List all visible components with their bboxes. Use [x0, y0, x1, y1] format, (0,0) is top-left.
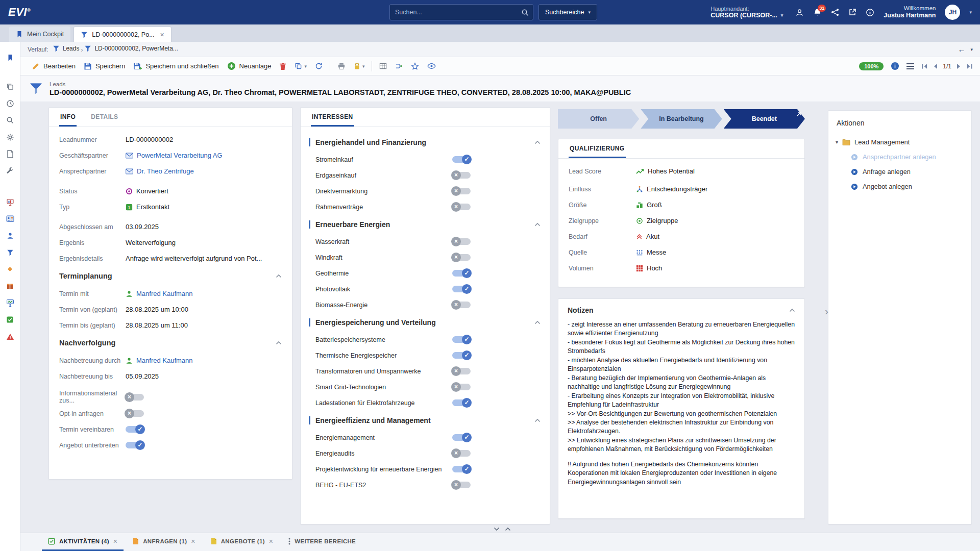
- menu-icon[interactable]: [906, 63, 914, 69]
- toggle-off[interactable]: ×: [126, 394, 144, 400]
- field-text[interactable]: Manfred Kaufmann: [136, 290, 193, 297]
- toggle-off[interactable]: ×: [452, 302, 471, 308]
- toggle-off[interactable]: ×: [126, 410, 144, 417]
- back-arrow-icon[interactable]: ←: [958, 45, 965, 54]
- gift-icon[interactable]: [0, 278, 20, 294]
- bearbeiten-button[interactable]: Bearbeiten: [28, 60, 80, 72]
- chevron-up-icon[interactable]: [276, 274, 282, 278]
- toggle-on[interactable]: ✓: [126, 426, 144, 433]
- person-icon[interactable]: [0, 227, 20, 244]
- escalation-icon[interactable]: [0, 328, 20, 345]
- contacts-icon[interactable]: [0, 210, 20, 227]
- toggle-off[interactable]: ×: [452, 482, 471, 488]
- tab-info[interactable]: INFO: [59, 113, 77, 127]
- chevron-down-icon[interactable]: ▾: [836, 139, 838, 145]
- field-text[interactable]: PowerMetal Verarbeitung AG: [137, 152, 223, 159]
- info-icon[interactable]: [866, 8, 874, 17]
- close-icon[interactable]: ×: [191, 537, 195, 545]
- tab-details[interactable]: DETAILS: [90, 113, 119, 127]
- toggle-off[interactable]: ×: [452, 188, 471, 194]
- star-button[interactable]: [407, 60, 423, 72]
- neuanlage-button[interactable]: Neuanlage: [223, 60, 276, 72]
- process-step-offen[interactable]: Offen: [558, 109, 639, 129]
- close-icon[interactable]: ×: [160, 31, 164, 39]
- bottom-tab-angebote-1-[interactable]: ANGEBOTE (1)×: [205, 533, 280, 551]
- chevron-up-icon[interactable]: [534, 320, 541, 324]
- wrench-icon[interactable]: [0, 162, 20, 179]
- search-icon[interactable]: [0, 112, 20, 129]
- toggle-on[interactable]: ✓: [452, 466, 471, 472]
- bookmark-icon[interactable]: [0, 49, 20, 66]
- chevron-up-icon[interactable]: [276, 341, 282, 345]
- bottom-tab-anfragen-1-[interactable]: ANFRAGEN (1)×: [127, 533, 202, 551]
- chevron-up-icon[interactable]: [505, 527, 511, 531]
- share-icon[interactable]: [831, 8, 839, 16]
- action-item[interactable]: Ansprechpartner anlegen: [851, 153, 964, 161]
- chevron-down-icon[interactable]: [494, 527, 500, 531]
- eye-button[interactable]: [423, 61, 440, 71]
- tab-mein-cockpit[interactable]: Mein Cockpit: [9, 27, 70, 42]
- expand-icon[interactable]: [795, 111, 802, 119]
- toggle-on[interactable]: ✓: [452, 352, 471, 359]
- field-text[interactable]: Dr. Theo Zentrifuge: [137, 167, 194, 175]
- copy-icon[interactable]: [0, 78, 20, 95]
- refresh-button[interactable]: [311, 60, 327, 72]
- search-input[interactable]: [390, 9, 521, 16]
- search-icon[interactable]: [521, 9, 529, 16]
- chevron-up-icon[interactable]: [534, 222, 541, 227]
- info-icon[interactable]: [891, 62, 899, 70]
- toggle-on[interactable]: ✓: [452, 434, 471, 441]
- speichern-button[interactable]: Speichern: [80, 60, 130, 72]
- action-item[interactable]: Anfrage anlegen: [851, 168, 964, 176]
- last-page-icon[interactable]: [966, 63, 973, 69]
- training-icon[interactable]: [0, 294, 20, 311]
- toggle-off[interactable]: ×: [452, 254, 471, 261]
- bell-icon[interactable]: 31: [813, 8, 822, 17]
- breadcrumb-item[interactable]: LD-0000000002, PowerMeta...: [84, 45, 178, 52]
- toggle-off[interactable]: ×: [452, 368, 471, 374]
- prev-page-icon[interactable]: [933, 63, 938, 69]
- checklist-icon[interactable]: [0, 311, 20, 328]
- external-link-icon[interactable]: [848, 8, 856, 16]
- breadcrumb-item[interactable]: Leads: [53, 45, 80, 52]
- global-search[interactable]: [389, 4, 533, 20]
- user-icon[interactable]: [795, 8, 804, 17]
- toggle-off[interactable]: ×: [452, 238, 471, 245]
- lock-button[interactable]: ▾: [350, 60, 369, 72]
- trash-button[interactable]: [275, 60, 290, 72]
- toggle-on[interactable]: ✓: [452, 399, 471, 406]
- actions-folder[interactable]: ▾Lead Management: [836, 138, 964, 146]
- toggle-on[interactable]: ✓: [126, 442, 144, 448]
- search-scope-dropdown[interactable]: Suchbereiche▾: [538, 4, 597, 20]
- presentation-icon[interactable]: [0, 193, 20, 210]
- close-icon[interactable]: ×: [269, 537, 273, 545]
- toggle-off[interactable]: ×: [452, 204, 471, 210]
- duplicate-button[interactable]: ▾: [290, 60, 311, 72]
- gear-icon[interactable]: [0, 129, 20, 145]
- toggle-on[interactable]: ✓: [452, 336, 471, 343]
- close-icon[interactable]: ×: [113, 537, 117, 545]
- avatar[interactable]: JH: [945, 5, 960, 20]
- bottom-tab-aktivit-ten-4-[interactable]: AKTIVITÄTEN (4)×: [42, 533, 124, 551]
- process-step-in-bearbeitung[interactable]: In Bearbeitung: [641, 109, 722, 129]
- toggle-on[interactable]: ✓: [452, 156, 471, 163]
- collapse-panel-handle[interactable]: ›: [825, 305, 828, 317]
- report-button[interactable]: [375, 60, 391, 72]
- toggle-off[interactable]: ×: [452, 384, 471, 390]
- next-page-icon[interactable]: [957, 63, 961, 69]
- chevron-up-icon[interactable]: [534, 140, 541, 144]
- document-icon[interactable]: [0, 145, 20, 162]
- merge-button[interactable]: [391, 60, 407, 72]
- first-page-icon[interactable]: [921, 63, 928, 69]
- product-icon[interactable]: [0, 261, 20, 278]
- print-button[interactable]: [333, 60, 350, 72]
- toggle-on[interactable]: ✓: [452, 286, 471, 292]
- main-client-selector[interactable]: Hauptmandant: CURSOR (CURSOR-...▾: [710, 6, 783, 19]
- zoom-badge[interactable]: 100%: [859, 62, 884, 70]
- action-item[interactable]: Angebot anlegen: [851, 183, 964, 190]
- bottom-tab-weitere-bereiche[interactable]: WEITERE BEREICHE: [282, 533, 362, 551]
- toggle-off[interactable]: ×: [452, 172, 471, 179]
- tab-interessen[interactable]: INTERESSEN: [311, 113, 354, 127]
- funnel-icon[interactable]: [0, 244, 20, 261]
- chevron-up-icon[interactable]: [534, 418, 541, 422]
